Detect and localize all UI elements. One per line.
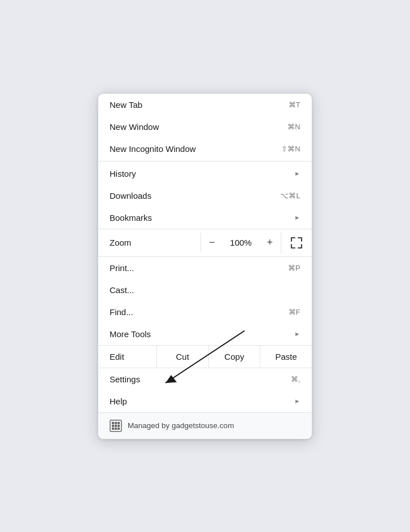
- svg-rect-1: [112, 422, 114, 424]
- divider-1: [98, 161, 312, 162]
- copy-button[interactable]: Copy: [209, 346, 261, 368]
- submenu-arrow-history: ►: [294, 170, 300, 177]
- edit-row: Edit Cut Copy Paste: [98, 345, 312, 368]
- submenu-arrow-more-tools: ►: [294, 330, 300, 337]
- submenu-arrow-help: ►: [294, 398, 300, 404]
- menu-item-new-window[interactable]: New Window ⌘N: [98, 116, 312, 138]
- menu-item-print[interactable]: Print... ⌘P: [98, 257, 312, 279]
- paste-button[interactable]: Paste: [260, 346, 312, 368]
- svg-rect-9: [117, 428, 120, 430]
- managed-text: Managed by gadgetstouse.com: [128, 421, 234, 430]
- menu-item-new-incognito[interactable]: New Incognito Window ⇧⌘N: [98, 138, 312, 160]
- zoom-out-button[interactable]: −: [201, 232, 223, 254]
- footer: Managed by gadgetstouse.com: [98, 412, 312, 439]
- menu-item-downloads[interactable]: Downloads ⌥⌘L: [98, 185, 312, 207]
- menu-item-help[interactable]: Help ►: [98, 390, 312, 412]
- menu-item-cast[interactable]: Cast...: [98, 279, 312, 301]
- zoom-row: Zoom − 100% +: [98, 229, 312, 257]
- edit-label: Edit: [98, 346, 157, 368]
- svg-rect-5: [115, 425, 117, 427]
- svg-rect-4: [112, 425, 114, 427]
- menu-item-bookmarks[interactable]: Bookmarks ►: [98, 207, 312, 229]
- cut-button[interactable]: Cut: [157, 346, 209, 368]
- zoom-value: 100%: [223, 238, 259, 247]
- svg-rect-6: [117, 425, 120, 427]
- svg-rect-3: [117, 422, 120, 424]
- fullscreen-icon: [290, 237, 303, 249]
- zoom-controls: − 100% +: [201, 232, 281, 254]
- menu-item-find[interactable]: Find... ⌘F: [98, 301, 312, 323]
- context-menu: New Tab ⌘T New Window ⌘N New Incognito W…: [98, 93, 312, 439]
- menu-item-more-tools[interactable]: More Tools ►: [98, 323, 312, 345]
- managed-icon: [110, 420, 122, 432]
- svg-rect-7: [112, 428, 114, 430]
- zoom-label[interactable]: Zoom: [98, 233, 201, 252]
- fullscreen-button[interactable]: [281, 232, 312, 254]
- menu-item-new-tab[interactable]: New Tab ⌘T: [98, 94, 312, 116]
- zoom-in-button[interactable]: +: [259, 232, 281, 254]
- submenu-arrow-bookmarks: ►: [294, 214, 300, 221]
- svg-rect-2: [115, 422, 117, 424]
- menu-item-history[interactable]: History ►: [98, 163, 312, 185]
- svg-rect-8: [115, 428, 117, 430]
- menu-item-settings[interactable]: Settings ⌘,: [98, 368, 312, 390]
